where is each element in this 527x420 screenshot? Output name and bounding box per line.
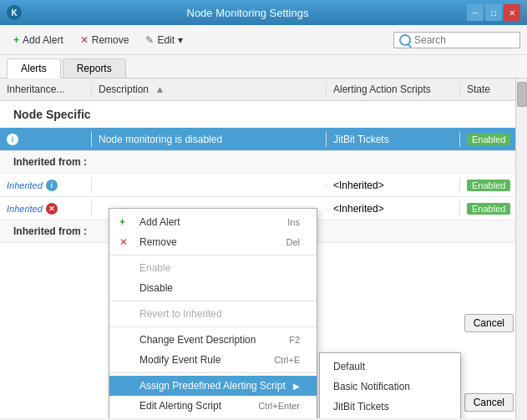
- add-icon: +: [13, 34, 19, 46]
- row-inheritance: Inherited ✕: [0, 201, 92, 216]
- table-header: Inheritance... Description ▲ Alerting Ac…: [0, 78, 527, 101]
- cancel-button-1[interactable]: Cancel: [464, 314, 514, 332]
- search-box: [393, 32, 520, 48]
- title-bar: K Node Monitoring Settings ─ □ ✕: [0, 0, 527, 25]
- main-content: Inheritance... Description ▲ Alerting Ac…: [0, 78, 527, 418]
- scrollbar-thumb[interactable]: [517, 82, 527, 107]
- col-header-description: Description ▲: [92, 82, 327, 97]
- app-icon: K: [7, 5, 22, 20]
- title-bar-controls: ─ □ ✕: [467, 4, 520, 21]
- toolbar: + Add Alert ✕ Remove ✎ Edit ▾: [0, 25, 527, 55]
- remove-button[interactable]: ✕ Remove: [73, 32, 136, 48]
- info-icon: i: [7, 134, 18, 145]
- submenu-item-basic-notification[interactable]: Basic Notification: [320, 377, 460, 397]
- search-icon: [399, 34, 411, 46]
- menu-item-modify-rule[interactable]: Modify Event Rule Ctrl+E: [109, 350, 317, 370]
- edit-button[interactable]: ✎ Edit ▾: [139, 32, 190, 48]
- menu-item-disable[interactable]: Disable: [109, 278, 317, 298]
- menu-divider: [109, 255, 317, 256]
- search-input[interactable]: [414, 34, 514, 46]
- enabled-badge: Enabled: [467, 134, 510, 145]
- menu-divider: [109, 301, 317, 301]
- menu-item-remove[interactable]: ✕ Remove Del: [109, 232, 317, 252]
- row-description: Node monitoring is disabled: [92, 132, 327, 147]
- menu-item-enable: Enable: [109, 258, 317, 278]
- menu-item-revert: Revert to Inherited: [109, 304, 317, 324]
- scrollbar-track[interactable]: [515, 78, 527, 418]
- table-row[interactable]: i Node monitoring is disabled JitBit Tic…: [0, 128, 527, 151]
- section-node-specific: Node Specific: [0, 101, 527, 128]
- menu-item-edit-script[interactable]: Edit Alerting Script Ctrl+Enter: [109, 396, 317, 416]
- table-row[interactable]: Inherited i <Inherited> Enabled: [0, 174, 527, 197]
- add-alert-label: Add Alert: [23, 34, 63, 46]
- menu-divider: [109, 372, 317, 373]
- submenu-item-jitbit[interactable]: JitBit Tickets: [320, 397, 460, 417]
- submenu: Default Basic Notification JitBit Ticket…: [319, 352, 461, 418]
- section-inherited-1: Inherited from :: [0, 151, 527, 174]
- remove-label: Remove: [92, 34, 129, 46]
- context-menu: + Add Alert Ins ✕ Remove Del Enable Disa…: [109, 208, 317, 418]
- submenu-item-default[interactable]: Default: [320, 357, 460, 377]
- edit-label: Edit: [157, 34, 175, 46]
- row-scripts: <Inherited>: [327, 178, 460, 193]
- row-description: [92, 184, 327, 187]
- edit-icon: ✎: [145, 34, 154, 46]
- menu-item-add-alert[interactable]: + Add Alert Ins: [109, 212, 317, 232]
- menu-item-change-desc[interactable]: Change Event Description F2: [109, 330, 317, 350]
- col-header-inheritance: Inheritance...: [0, 82, 92, 97]
- maximize-button[interactable]: □: [485, 4, 502, 21]
- tab-alerts[interactable]: Alerts: [7, 58, 61, 78]
- cancel-button-2[interactable]: Cancel: [464, 393, 514, 412]
- tabs: Alerts Reports: [0, 55, 527, 78]
- minimize-button[interactable]: ─: [467, 4, 484, 21]
- menu-divider: [109, 326, 317, 327]
- add-menu-icon: +: [119, 216, 125, 228]
- sort-icon: ▲: [155, 83, 165, 95]
- info-icon: i: [46, 180, 58, 191]
- enabled-badge: Enabled: [467, 203, 510, 215]
- row-scripts: <Inherited>: [327, 201, 460, 216]
- window-title: Node Monitoring Settings: [28, 7, 467, 19]
- tab-reports[interactable]: Reports: [63, 58, 126, 78]
- submenu-item-event-log[interactable]: <Write to Event Log>: [320, 417, 460, 418]
- row-scripts: JitBit Tickets: [327, 132, 460, 147]
- row-inheritance: i: [0, 132, 92, 147]
- menu-item-assign-script[interactable]: Assign Predefined Alerting Script: [109, 376, 317, 396]
- enabled-badge: Enabled: [467, 180, 510, 191]
- close-button[interactable]: ✕: [504, 4, 520, 21]
- row-inheritance: Inherited i: [0, 178, 92, 193]
- add-alert-button[interactable]: + Add Alert: [7, 32, 70, 48]
- col-header-scripts: Alerting Action Scripts: [327, 82, 460, 97]
- edit-dropdown-icon: ▾: [178, 34, 183, 46]
- remove-icon: ✕: [80, 34, 89, 46]
- error-icon: ✕: [46, 203, 58, 215]
- remove-menu-icon: ✕: [119, 236, 128, 248]
